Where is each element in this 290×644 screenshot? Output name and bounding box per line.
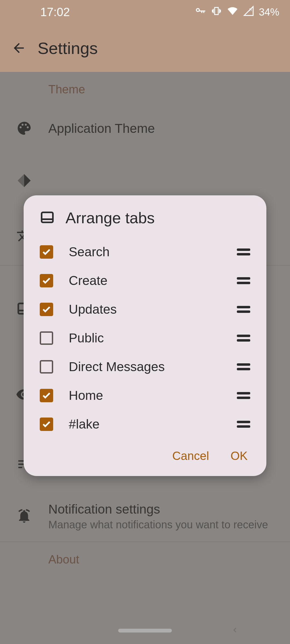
drag-handle-icon[interactable]: [237, 363, 250, 371]
tab-checkbox[interactable]: [40, 418, 53, 431]
tab-checkbox[interactable]: [40, 389, 53, 402]
tab-row: Create: [24, 266, 266, 295]
tab-label: Create: [69, 273, 221, 288]
drag-handle-icon[interactable]: [237, 420, 250, 428]
dialog-actions: Cancel OK: [24, 438, 266, 468]
page-title: Settings: [38, 39, 98, 58]
battery-text: 34%: [259, 6, 279, 18]
wifi-icon: [227, 5, 238, 19]
dialog-header: Arrange tabs: [24, 209, 266, 237]
tab-checkbox[interactable]: [40, 245, 53, 259]
tab-row: #lake: [24, 410, 266, 438]
drag-handle-icon[interactable]: [237, 334, 250, 342]
tab-row: Home: [24, 381, 266, 410]
tab-row: Updates: [24, 295, 266, 324]
tab-label: Search: [69, 244, 221, 259]
check-icon: [42, 276, 51, 286]
svg-rect-3: [42, 212, 53, 222]
tab-row: Search: [24, 237, 266, 266]
dialog-title: Arrange tabs: [66, 209, 155, 227]
arrow-left-icon: [11, 41, 26, 56]
key-icon: [194, 5, 206, 19]
app-bar: Settings: [0, 24, 290, 72]
check-icon: [42, 391, 51, 400]
drag-handle-icon[interactable]: [237, 391, 250, 400]
status-bar: 17:02 R 34%: [0, 0, 290, 24]
arrange-tabs-dialog: Arrange tabs SearchCreateUpdatesPublicDi…: [24, 195, 266, 476]
tab-row: Direct Messages: [24, 352, 266, 381]
drag-handle-icon[interactable]: [237, 277, 250, 285]
tab-label: Home: [69, 388, 221, 403]
status-right: R 34%: [194, 5, 279, 19]
svg-text:R: R: [249, 7, 252, 12]
tab-label: Updates: [69, 302, 221, 317]
ok-button[interactable]: OK: [230, 449, 248, 463]
settings-content: Theme Application Theme: [0, 72, 290, 644]
check-icon: [42, 247, 51, 257]
vibrate-icon: [211, 6, 222, 19]
back-button[interactable]: [11, 40, 27, 56]
tab-row: Public: [24, 324, 266, 352]
check-icon: [42, 419, 51, 429]
tab-checkbox[interactable]: [40, 303, 53, 316]
status-time: 17:02: [11, 5, 70, 19]
signal-icon: R: [243, 6, 254, 19]
tab-label: Direct Messages: [69, 359, 221, 374]
tab-label: #lake: [69, 417, 221, 431]
tab-checkbox[interactable]: [40, 360, 53, 374]
tabs-icon: [40, 210, 55, 226]
cancel-button[interactable]: Cancel: [172, 449, 209, 463]
drag-handle-icon[interactable]: [237, 248, 250, 256]
tab-checkbox[interactable]: [40, 331, 53, 345]
drag-handle-icon[interactable]: [237, 305, 250, 313]
tab-checkbox[interactable]: [40, 274, 53, 287]
check-icon: [42, 305, 51, 314]
tab-label: Public: [69, 331, 221, 345]
